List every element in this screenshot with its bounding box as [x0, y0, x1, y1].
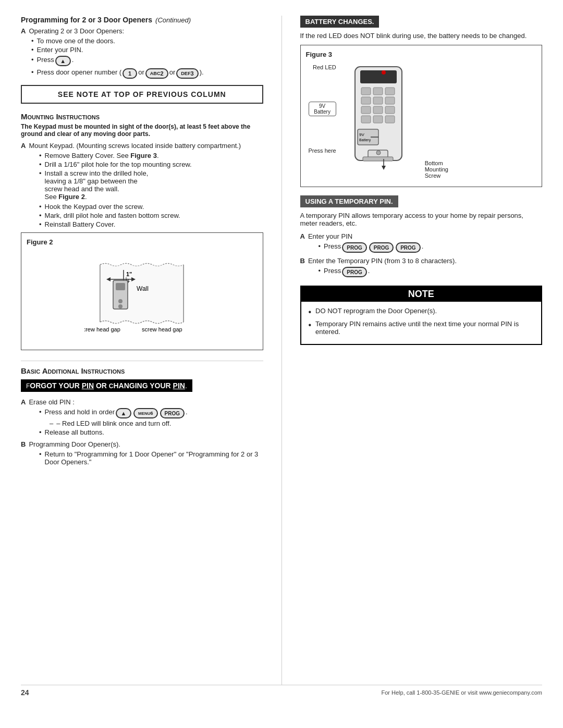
bottom-mounting-label: Bottom Mounting Screw: [425, 160, 448, 179]
temp-pin-header-text: USING A TEMPORARY PIN.: [305, 198, 393, 205]
mount-text-0: Remove Battery Cover. See Figure 3.: [45, 152, 159, 159]
battery-label: 9V Battery: [309, 102, 336, 116]
note-header: NOTE: [301, 287, 542, 302]
temp-prog-btn-4: PROG: [342, 267, 366, 277]
temp-a-bullet: • Press PROG PROG PROG .: [319, 242, 543, 253]
forgot-label-b: B: [21, 440, 26, 448]
temp-pin-text: A temporary PIN allows temporary access …: [300, 212, 543, 227]
see-note-text: SEE NOTE AT TOP OF PREVIOUS COLUMN: [58, 90, 226, 98]
column-divider: [282, 16, 282, 685]
temp-pin-header: USING A TEMPORARY PIN.: [300, 195, 398, 207]
figure2-svg: 1" ─ 8 Wall: [84, 254, 199, 338]
svg-rect-32: [373, 116, 383, 123]
bullet-door-number: • Press door opener number ( 1 or ABC2 o…: [31, 68, 263, 79]
figure2-label: Figure 2: [27, 238, 258, 246]
mounting-title: Mounting Instructions: [21, 112, 263, 121]
svg-point-16: [118, 304, 123, 309]
mount-label-a: A: [21, 142, 26, 150]
forgot-menu6-btn: MENU6: [133, 408, 158, 418]
temp-a-text: Enter your PIN: [308, 232, 352, 240]
battery-text: If the red LED does NOT blink during use…: [300, 32, 543, 40]
mount-text-2: Install a screw into the drilled hole,le…: [45, 169, 149, 201]
figure3-drawing: Red LED 9V Battery Press here: [306, 61, 537, 181]
temp-label-b: B: [300, 257, 305, 265]
mounting-section: Mounting Instructions The Keypad must be…: [21, 112, 263, 228]
forgot-press-label: Press and hold in order: [45, 408, 115, 418]
svg-rect-33: [385, 116, 395, 123]
temp-b-text: Enter the Temporary PIN (from 3 to 8 cha…: [308, 257, 457, 265]
temp-label-a: A: [300, 232, 305, 240]
mount-a-row: A Mount Keypad. (Mounting screws located…: [21, 142, 263, 150]
note-item-1: • Temporary PIN remains active until the…: [309, 320, 534, 336]
temp-prog-btn-3: PROG: [396, 242, 420, 253]
move-doors-text: To move one of the doors.: [37, 37, 115, 45]
svg-marker-41: [382, 166, 386, 170]
svg-rect-31: [361, 116, 371, 123]
svg-point-15: [118, 299, 123, 303]
red-led-label: Red LED: [309, 64, 336, 70]
temp-b-bullets: • Press PROG .: [319, 267, 543, 277]
forgot-b-bullets: • Return to "Programming for 1 Door Open…: [39, 450, 263, 466]
svg-text:Wall: Wall: [137, 285, 149, 292]
arrow-button: ▲: [55, 56, 71, 66]
svg-rect-23: [373, 88, 383, 95]
svg-rect-28: [361, 106, 371, 114]
forgot-release-text: Release all buttons.: [45, 428, 104, 436]
temp-b-row: B Enter the Temporary PIN (from 3 to 8 c…: [300, 257, 543, 265]
svg-rect-22: [361, 88, 371, 95]
programming-title: Programming for 2 or 3 Door Openers: [21, 16, 152, 24]
mount-text-6: Reinstall Battery Cover.: [45, 220, 116, 228]
forgot-b-text: Programming Door Opener(s).: [29, 440, 120, 448]
mount-bullet-2: • Install a screw into the drilled hole,…: [39, 169, 263, 201]
footer-help: For Help, call 1-800-35-GENIE or visit w…: [381, 689, 542, 696]
forgot-label-a: A: [21, 398, 26, 406]
mount-text-4: Hook the Keypad over the screw.: [45, 203, 144, 211]
note-text-1: Temporary PIN remains active until the n…: [315, 320, 534, 336]
page-number: 24: [21, 688, 29, 697]
mount-bullets: • Remove Battery Cover. See Figure 3. • …: [39, 152, 263, 228]
mount-bullet-5: • Mark, drill pilot hole and fasten bott…: [39, 212, 263, 219]
forgot-a-text: Erase old PIN :: [29, 398, 74, 406]
forgot-a-row: A Erase old PIN :: [21, 398, 263, 406]
bullet-enter-pin: • Enter your PIN.: [31, 46, 263, 54]
svg-text:Battery: Battery: [359, 138, 371, 142]
svg-point-42: [376, 151, 381, 155]
svg-rect-26: [373, 97, 383, 104]
battery-header-text: BATTERY CHANGES.: [305, 18, 374, 26]
enter-pin-text: Enter your PIN.: [37, 46, 83, 54]
press-label: Press: [37, 56, 54, 66]
label-a: A: [21, 27, 26, 35]
bullet-press: • Press ▲ .: [31, 56, 263, 66]
forgot-bullet-release: • Release all buttons.: [39, 428, 263, 436]
close-paren: ).: [200, 68, 204, 79]
figure3-labels-left: Red LED 9V Battery Press here: [309, 64, 339, 154]
door-btn-2: ABC2: [145, 68, 168, 79]
svg-rect-29: [373, 106, 383, 114]
programming-continued: (Continued): [155, 16, 191, 24]
op-bullets: • To move one of the doors. • Enter your…: [31, 37, 263, 79]
mount-bullet-1: • Drill a 1/16" pilot hole for the top m…: [39, 161, 263, 168]
mount-bullet-6: • Reinstall Battery Cover.: [39, 220, 263, 228]
door-btn-1: 1: [123, 68, 137, 79]
figure2-drawing: 1" ─ 8 Wall: [27, 249, 258, 344]
door-btn-3: DEF3: [176, 68, 198, 79]
svg-rect-20: [360, 70, 397, 83]
programming-header: Programming for 2 or 3 Door Openers (Con…: [21, 16, 263, 24]
forgot-bullet-0: • Press and hold in order ▲ MENU6 PROG .: [39, 408, 263, 418]
mount-a-text: Mount Keypad. (Mounting screws located i…: [29, 142, 241, 150]
forgot-bullet-led: – – Red LED will blink once and turn off…: [50, 419, 263, 427]
footer: 24 For Help, call 1-800-35-GENIE or visi…: [21, 685, 542, 697]
or1: or: [138, 68, 144, 79]
mount-text-1: Drill a 1/16" pilot hole for the top mou…: [45, 161, 192, 168]
note-text-0: DO NOT reprogram the Door Opener(s).: [315, 307, 437, 317]
temp-a-bullets: • Press PROG PROG PROG .: [319, 242, 543, 253]
or2: or: [169, 68, 176, 79]
svg-text:screw head gap: screw head gap: [84, 326, 120, 332]
basic-title: Basic Additional Instructions: [21, 366, 263, 375]
forgot-b-bullet-text: Return to "Programming for 1 Door Opener…: [45, 450, 263, 466]
right-column: BATTERY CHANGES. If the red LED does NOT…: [295, 16, 543, 685]
forgot-pin-header-text: FORGOT YOUR PIN OR CHANGING YOUR PIN.: [26, 382, 187, 390]
figure3-svg: 9V Battery: [339, 64, 423, 179]
svg-point-21: [382, 70, 386, 75]
svg-text:9V: 9V: [359, 132, 364, 137]
